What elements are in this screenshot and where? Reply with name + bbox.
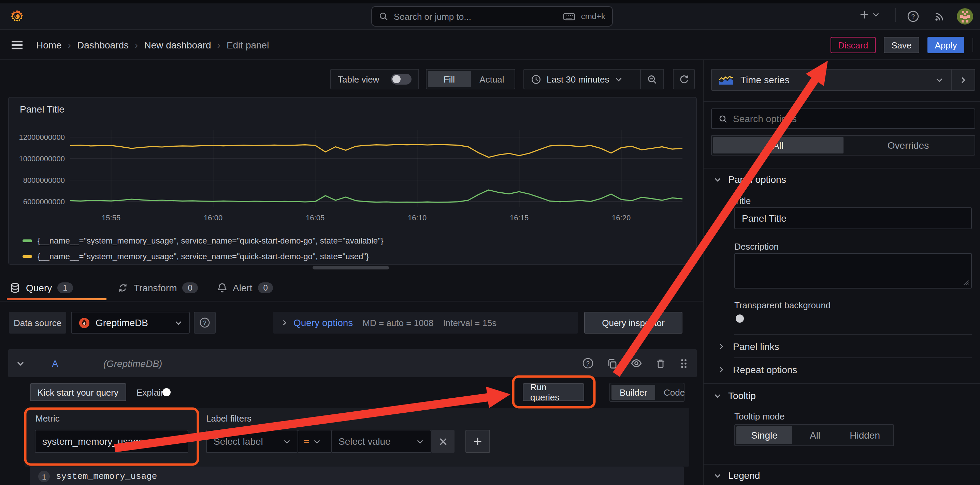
duplicate-query-icon[interactable] [607,358,617,369]
panel-resize-handle[interactable] [313,266,389,269]
new-button[interactable] [859,10,880,20]
tab-overrides[interactable]: Overrides [843,137,973,153]
step-badge: 1 [38,471,50,482]
global-search[interactable]: cmd+k [371,6,613,27]
svg-text:15:55: 15:55 [102,213,121,222]
panel-links-header[interactable]: Panel links [718,341,779,352]
table-view-label: Table view [338,74,379,84]
query-collapse-chevron-icon[interactable] [16,359,25,367]
chevron-right-icon [718,366,725,373]
search-options-box[interactable] [711,108,975,129]
apply-button[interactable]: Apply [927,37,964,53]
refresh-button[interactable] [673,69,695,89]
bell-icon [217,282,227,293]
plus-icon [859,10,869,20]
datasource-help-button[interactable]: ? [194,312,216,334]
visualization-picker[interactable]: Time series [711,69,975,91]
tab-all-options[interactable]: All [713,137,843,153]
time-series-chart: 15:5516:0016:0516:1016:1516:201200000000… [10,117,696,234]
filter-value-select[interactable]: Select value [332,430,431,453]
resize-corner-icon [963,280,969,286]
zoom-out-icon[interactable] [641,74,663,84]
save-button[interactable]: Save [884,37,919,53]
search-options-input[interactable] [733,113,968,124]
tab-query-count: 1 [57,282,73,293]
table-view-toggle[interactable] [391,74,412,84]
panel-title-input[interactable] [734,207,972,229]
tab-transform-count: 0 [183,282,198,293]
datasource-label: Data source [9,312,66,334]
chevron-down-icon [872,11,880,18]
legend-swatch-yellow [22,255,32,258]
svg-text:10000000000: 10000000000 [19,154,65,163]
query-options-toggle[interactable]: Query options [281,317,353,328]
table-view-control: Table view [330,69,419,89]
legend-item-available[interactable]: {__name__="system_memory_usage", service… [22,236,383,246]
tab-alert-count: 0 [258,282,273,293]
plus-icon [473,437,482,446]
clock-icon [531,74,541,84]
chevron-down-icon [416,437,424,445]
legend-section-header[interactable]: Legend [714,470,760,481]
tooltip-mode-hidden[interactable]: Hidden [838,426,892,444]
fill-option[interactable]: Fill [428,71,471,87]
add-filter-button[interactable] [465,430,490,453]
description-textarea[interactable] [734,253,972,289]
breadcrumb-new-dashboard[interactable]: New dashboard [144,40,211,51]
transform-icon [118,282,128,293]
tooltip-mode-single[interactable]: Single [737,426,792,444]
refresh-icon [679,74,689,84]
svg-text:?: ? [912,13,915,20]
chevron-down-icon [714,392,721,399]
explain-expression: system_memory_usage [56,471,157,482]
chevron-down-icon [714,472,721,479]
query-ref-id[interactable]: A [52,358,58,369]
news-rss-icon[interactable] [934,10,946,22]
legend-section-title: Legend [728,470,760,481]
run-queries-button[interactable]: Run queries [523,383,584,401]
delete-query-trash-icon[interactable] [655,358,666,369]
toggle-visibility-eye-icon[interactable] [631,358,642,369]
tab-alert[interactable]: Alert 0 [217,275,273,300]
repeat-options-header[interactable]: Repeat options [718,364,797,375]
breadcrumb-dashboards[interactable]: Dashboards [77,40,129,51]
query-help-icon[interactable]: ? [582,358,594,369]
panel-options-header[interactable]: Panel options [714,174,786,185]
legend-label: {__name__="system_memory_usage", service… [38,252,369,261]
tooltip-section-title: Tooltip [728,390,756,401]
help-icon[interactable]: ? [907,10,919,22]
datasource-picker[interactable]: GreptimeDB [71,312,190,334]
filter-operator-select[interactable]: = [298,430,332,453]
remove-filter-button[interactable] [431,430,455,453]
fill-actual-switch: Fill Actual [426,69,515,89]
chevron-down-icon [313,437,321,445]
metric-select[interactable]: system_memory_usage [35,430,188,453]
hamburger-menu-icon[interactable] [10,38,25,52]
discard-button[interactable]: Discard [830,37,876,53]
avatar[interactable] [957,8,973,25]
tooltip-mode-all[interactable]: All [792,426,838,444]
breadcrumb-home[interactable]: Home [36,40,62,51]
legend-item-used[interactable]: {__name__="system_memory_usage", service… [22,252,369,261]
grafana-logo-icon[interactable] [10,8,25,25]
code-option[interactable]: Code [655,385,693,400]
time-range-picker[interactable]: Last 30 minutes [524,70,640,89]
actual-option[interactable]: Actual [471,71,513,87]
svg-text:?: ? [586,360,590,367]
tooltip-section-header[interactable]: Tooltip [714,390,756,401]
tab-transform[interactable]: Transform 0 [118,275,198,300]
collapse-sidebar-chevron-right-icon[interactable] [952,76,975,84]
drag-handle-icon[interactable] [679,358,689,369]
query-inspector-button[interactable]: Query inspector [584,312,682,334]
svg-text:6000000000: 6000000000 [23,197,65,206]
tooltip-mode-label: Tooltip mode [734,411,784,421]
chevron-right-icon [281,319,288,326]
filter-label-select[interactable]: Select label [206,430,298,453]
search-input[interactable] [394,11,558,21]
kick-start-query-button[interactable]: Kick start your query [30,383,126,401]
question-circle-icon: ? [199,317,210,328]
chevron-down-icon [928,76,951,84]
explain-description: Fetch all series matching metric name an… [56,483,267,485]
builder-option[interactable]: Builder [611,385,655,400]
tab-query[interactable]: Query 1 [10,275,73,300]
